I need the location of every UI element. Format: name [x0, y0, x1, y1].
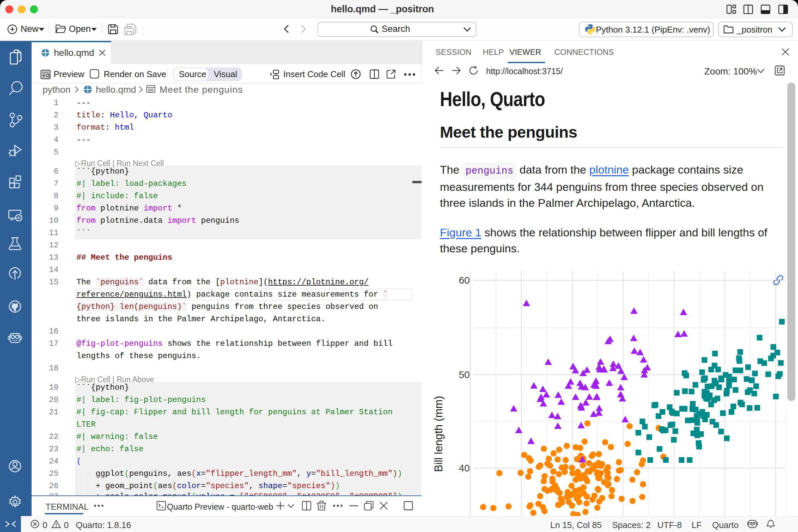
svg-text:40: 40 [459, 462, 470, 474]
svg-text:50: 50 [459, 369, 470, 380]
svg-text:Bill length (mm): Bill length (mm) [432, 396, 444, 472]
svg-text:60: 60 [459, 274, 470, 286]
